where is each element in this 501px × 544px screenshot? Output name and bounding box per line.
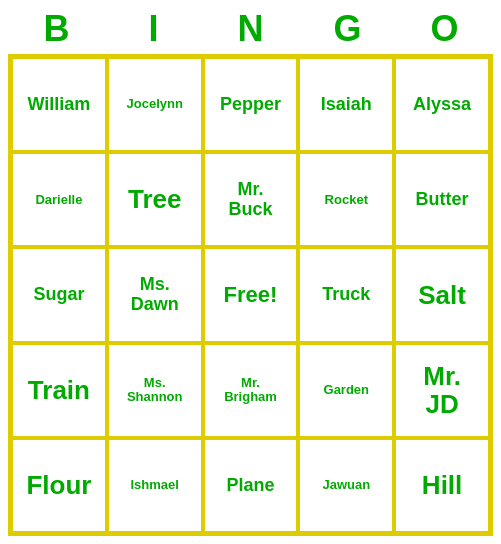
cell-text: Hill: [422, 471, 462, 500]
bingo-cell-0-3[interactable]: Isaiah: [298, 57, 394, 152]
bingo-cell-3-0[interactable]: Train: [11, 343, 107, 438]
bingo-cell-4-4[interactable]: Hill: [394, 438, 490, 533]
bingo-cell-1-1[interactable]: Tree: [107, 152, 203, 247]
bingo-cell-2-0[interactable]: Sugar: [11, 247, 107, 342]
bingo-cell-0-0[interactable]: William: [11, 57, 107, 152]
bingo-header: BINGO: [8, 8, 493, 50]
bingo-cell-4-1[interactable]: Ishmael: [107, 438, 203, 533]
cell-text: Mr.Buck: [228, 180, 272, 220]
bingo-cell-2-4[interactable]: Salt: [394, 247, 490, 342]
bingo-letter-g: G: [303, 8, 393, 50]
cell-text: Darielle: [35, 193, 82, 207]
bingo-cell-3-1[interactable]: Ms.Shannon: [107, 343, 203, 438]
bingo-cell-3-4[interactable]: Mr.JD: [394, 343, 490, 438]
cell-text: Alyssa: [413, 95, 471, 115]
cell-text: Jocelynn: [127, 97, 183, 111]
bingo-letter-o: O: [400, 8, 490, 50]
cell-text: Garden: [324, 383, 370, 397]
bingo-cell-1-0[interactable]: Darielle: [11, 152, 107, 247]
bingo-cell-4-2[interactable]: Plane: [203, 438, 299, 533]
cell-text: Jawuan: [322, 478, 370, 492]
cell-text: Truck: [322, 285, 370, 305]
cell-text: Butter: [416, 190, 469, 210]
bingo-cell-4-0[interactable]: Flour: [11, 438, 107, 533]
bingo-cell-1-4[interactable]: Butter: [394, 152, 490, 247]
bingo-cell-3-3[interactable]: Garden: [298, 343, 394, 438]
bingo-cell-2-1[interactable]: Ms.Dawn: [107, 247, 203, 342]
cell-text: Ms.Dawn: [131, 275, 179, 315]
cell-text: Train: [28, 376, 90, 405]
bingo-letter-n: N: [206, 8, 296, 50]
cell-text: Free!: [224, 283, 278, 307]
bingo-letter-i: I: [109, 8, 199, 50]
bingo-cell-0-1[interactable]: Jocelynn: [107, 57, 203, 152]
bingo-cell-0-2[interactable]: Pepper: [203, 57, 299, 152]
cell-text: Sugar: [33, 285, 84, 305]
bingo-cell-1-3[interactable]: Rocket: [298, 152, 394, 247]
bingo-cell-2-2[interactable]: Free!: [203, 247, 299, 342]
cell-text: Mr.Brigham: [224, 376, 277, 405]
cell-text: Flour: [26, 471, 91, 500]
cell-text: Ms.Shannon: [127, 376, 183, 405]
cell-text: Tree: [128, 185, 182, 214]
cell-text: Ishmael: [130, 478, 178, 492]
cell-text: Plane: [226, 476, 274, 496]
bingo-letter-b: B: [12, 8, 102, 50]
cell-text: Rocket: [325, 193, 368, 207]
bingo-cell-0-4[interactable]: Alyssa: [394, 57, 490, 152]
cell-text: William: [27, 95, 90, 115]
cell-text: Pepper: [220, 95, 281, 115]
bingo-cell-4-3[interactable]: Jawuan: [298, 438, 394, 533]
cell-text: Mr.JD: [423, 362, 461, 419]
bingo-grid: WilliamJocelynnPepperIsaiahAlyssaDariell…: [8, 54, 493, 536]
cell-text: Isaiah: [321, 95, 372, 115]
bingo-cell-1-2[interactable]: Mr.Buck: [203, 152, 299, 247]
bingo-cell-2-3[interactable]: Truck: [298, 247, 394, 342]
bingo-cell-3-2[interactable]: Mr.Brigham: [203, 343, 299, 438]
cell-text: Salt: [418, 281, 466, 310]
